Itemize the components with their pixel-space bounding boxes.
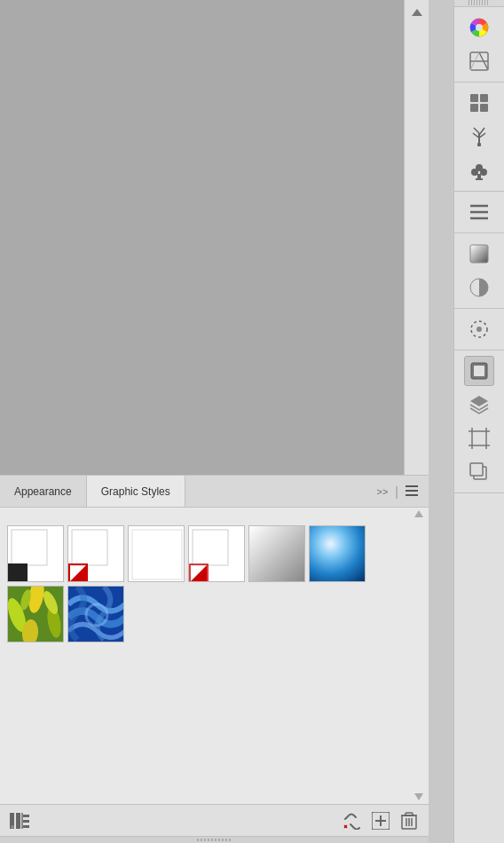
brushes-icon[interactable]: [464, 122, 494, 152]
sidebar-group-assets: [454, 83, 504, 192]
svg-point-52: [480, 169, 487, 176]
style-item-red-corner[interactable]: [67, 525, 124, 582]
tab-graphic-styles[interactable]: Graphic Styles: [87, 476, 185, 507]
sidebar-group-gradient: [454, 233, 504, 309]
color-wheel-icon[interactable]: [464, 12, 494, 43]
tabs-bar: Appearance Graphic Styles >> |: [0, 476, 429, 508]
gradient-icon[interactable]: [464, 239, 494, 269]
svg-rect-6: [8, 563, 28, 582]
svg-point-51: [471, 169, 478, 176]
svg-marker-64: [470, 396, 488, 406]
svg-rect-28: [22, 825, 29, 828]
styles-scroll-bottom: [0, 793, 429, 804]
style-item-default[interactable]: [7, 525, 64, 582]
graphic-styles-panel-icon[interactable]: [464, 356, 494, 386]
svg-marker-4: [414, 510, 423, 517]
svg-rect-11: [193, 530, 228, 565]
swatches-icon[interactable]: [464, 88, 494, 118]
sidebar-group-color: [454, 7, 504, 83]
svg-rect-2: [406, 490, 418, 492]
scroll-up-button[interactable]: [412, 9, 422, 16]
layers-icon[interactable]: [464, 390, 494, 420]
svg-rect-10: [132, 530, 182, 579]
svg-rect-49: [477, 143, 481, 146]
svg-rect-75: [470, 463, 483, 476]
styles-grid: [0, 518, 429, 793]
canvas-scroll-panel: [404, 0, 429, 475]
svg-rect-5: [12, 530, 47, 565]
tab-graphic-styles-label: Graphic Styles: [101, 485, 170, 498]
svg-rect-25: [16, 813, 20, 829]
svg-marker-9: [70, 565, 86, 581]
svg-rect-26: [22, 815, 29, 817]
sidebar-group-text: [454, 192, 504, 233]
svg-marker-23: [414, 793, 423, 800]
tabs-menu-button[interactable]: [402, 483, 421, 500]
svg-rect-65: [472, 431, 486, 445]
svg-rect-45: [470, 94, 478, 102]
select-icon[interactable]: [464, 314, 494, 344]
style-item-red2[interactable]: [188, 525, 245, 582]
styles-scroll-down-icon[interactable]: [414, 793, 423, 800]
svg-marker-0: [412, 9, 422, 16]
unlink-button[interactable]: [342, 810, 363, 831]
tabs-extras: >> |: [374, 483, 429, 500]
styles-scroll-top: [0, 508, 429, 518]
scroll-grip-indicator: [197, 839, 232, 841]
svg-rect-29: [21, 813, 23, 829]
svg-rect-7: [72, 530, 107, 565]
svg-rect-48: [480, 104, 488, 112]
tab-appearance-label: Appearance: [14, 485, 72, 498]
sidebar-top-grip: [454, 0, 504, 7]
paragraph-icon[interactable]: [464, 197, 494, 227]
tab-appearance[interactable]: Appearance: [0, 476, 87, 507]
symbols-icon[interactable]: [464, 155, 494, 185]
svg-rect-3: [406, 494, 418, 496]
svg-marker-13: [191, 565, 207, 581]
right-sidebar: [453, 0, 504, 843]
grip-indicator: [469, 0, 490, 5]
bottom-panel: Appearance Graphic Styles >> |: [0, 475, 429, 843]
style-item-plain[interactable]: [128, 525, 185, 582]
svg-point-61: [476, 327, 482, 332]
sidebar-group-selection: [454, 309, 504, 351]
svg-rect-54: [476, 178, 483, 180]
style-item-yellow-pattern[interactable]: [7, 586, 64, 642]
style-item-blue-sphere[interactable]: [309, 525, 366, 582]
style-item-gray-gradient[interactable]: [248, 525, 305, 582]
panel-toolbar: [0, 804, 429, 836]
delete-style-button[interactable]: [398, 810, 420, 831]
svg-point-43: [476, 24, 483, 31]
duplicate-icon[interactable]: [464, 457, 494, 487]
svg-rect-58: [470, 245, 488, 263]
main-canvas: [0, 0, 404, 475]
style-item-blue-swirl[interactable]: [67, 586, 124, 642]
styles-scroll-up-icon[interactable]: [414, 510, 423, 517]
svg-rect-47: [470, 104, 478, 112]
sidebar-group-layers: [454, 351, 504, 493]
svg-rect-46: [480, 94, 488, 102]
svg-rect-1: [406, 485, 418, 487]
svg-rect-63: [474, 366, 484, 376]
svg-rect-27: [22, 820, 29, 823]
tabs-more-arrow[interactable]: >>: [374, 485, 392, 499]
blend-icon[interactable]: [464, 272, 494, 303]
new-style-button[interactable]: [370, 810, 391, 831]
svg-point-30: [11, 825, 14, 829]
color-guide-icon[interactable]: [464, 46, 494, 76]
artboards-icon[interactable]: [464, 423, 494, 453]
tab-divider: |: [395, 485, 398, 499]
bottom-scroll-grip[interactable]: [0, 836, 429, 843]
library-button[interactable]: [9, 810, 30, 831]
svg-rect-38: [406, 813, 413, 815]
